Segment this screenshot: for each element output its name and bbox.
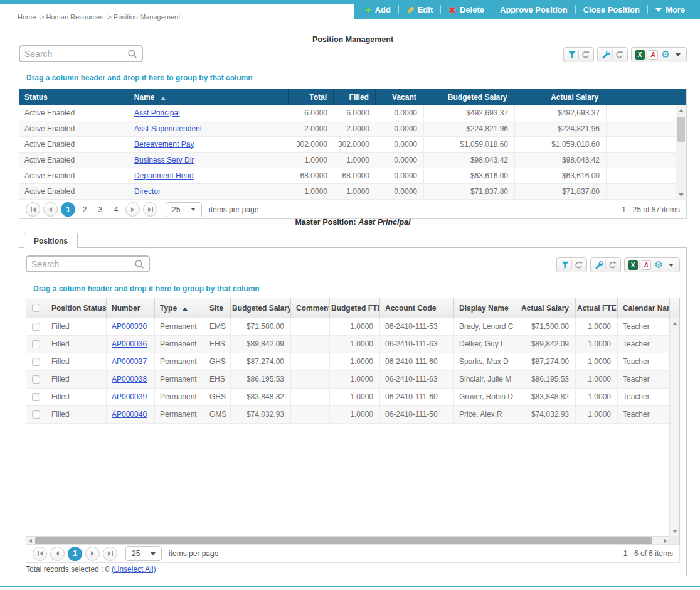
add-button[interactable]: + Add [358, 0, 398, 19]
scrollbar-thumb[interactable] [677, 117, 685, 142]
position-name-link[interactable]: Department Head [134, 171, 194, 180]
page-button-1[interactable]: 1 [61, 202, 75, 217]
column-header-display-name[interactable]: Display Name [454, 298, 519, 318]
export-pdf-button[interactable]: A [640, 259, 652, 271]
column-header-type[interactable]: Type [155, 298, 204, 318]
vertical-scrollbar[interactable] [669, 318, 679, 536]
next-page-button[interactable] [125, 202, 140, 217]
next-page-button[interactable] [85, 547, 100, 561]
row-checkbox[interactable] [32, 375, 40, 384]
edit-button[interactable]: ✎ Edit [399, 0, 440, 19]
column-header-budgeted-salary[interactable]: Budgeted Salary [231, 298, 291, 318]
horizontal-scrollbar[interactable] [26, 536, 670, 545]
settings-menu-button[interactable] [665, 259, 677, 271]
row-checkbox[interactable] [32, 410, 40, 419]
export-pdf-button[interactable]: A [647, 48, 659, 61]
settings-menu-button[interactable] [672, 48, 684, 61]
refresh-button[interactable] [606, 259, 618, 271]
table-row[interactable]: Active Enabled Business Serv Dir 1.0000 … [19, 153, 677, 168]
position-name-link[interactable]: Asst Principal [134, 109, 180, 117]
last-page-button[interactable] [103, 547, 117, 561]
page-button-1[interactable]: 1 [68, 547, 82, 561]
filter-refresh-button[interactable] [579, 48, 591, 61]
scrollbar-thumb[interactable] [35, 537, 652, 544]
tools-button[interactable] [593, 259, 605, 271]
column-header-actual-salary[interactable]: Actual Salary [514, 89, 606, 105]
tools-button[interactable] [600, 48, 612, 61]
page-button-4[interactable]: 4 [110, 202, 122, 217]
column-header-name[interactable]: Name [129, 89, 289, 105]
first-page-button[interactable] [33, 547, 47, 561]
first-page-button[interactable] [26, 202, 40, 217]
scroll-up-button[interactable] [676, 105, 686, 115]
position-number-link[interactable]: AP000037 [112, 357, 147, 366]
more-button[interactable]: More [648, 0, 692, 19]
detail-search-input[interactable] [31, 259, 134, 269]
position-number-link[interactable]: AP000039 [112, 392, 147, 401]
column-header-number[interactable]: Number [107, 298, 155, 318]
column-header-actual-salary[interactable]: Actual Salary [519, 298, 576, 318]
grid-settings-button[interactable]: ⚙ [659, 48, 672, 61]
last-page-button[interactable] [143, 202, 157, 217]
refresh-button[interactable] [613, 48, 625, 61]
row-checkbox[interactable] [32, 358, 40, 366]
column-header-comment[interactable]: Comment [291, 298, 330, 318]
position-number-link[interactable]: AP000040 [112, 410, 147, 419]
row-checkbox[interactable] [32, 323, 40, 331]
column-header-budgeted-salary[interactable]: Budgeted Salary [423, 89, 514, 105]
approve-position-button[interactable]: Approve Position [492, 0, 575, 19]
column-header-calendar-name[interactable]: Calendar Name [618, 298, 670, 318]
table-row[interactable]: Filled AP000040 Permanent GMS $74,032.93… [26, 406, 670, 424]
close-position-button[interactable]: Close Position [576, 0, 647, 19]
page-button-3[interactable]: 3 [94, 202, 107, 217]
filter-button[interactable] [559, 259, 571, 271]
position-name-link[interactable]: Business Serv Dir [134, 156, 194, 164]
prev-page-button[interactable] [50, 547, 65, 561]
master-search-input[interactable] [24, 49, 127, 59]
column-header-actual-fte[interactable]: Actual FTE [576, 298, 618, 318]
grid-settings-button[interactable]: ⚙ [652, 259, 665, 271]
page-button-2[interactable]: 2 [78, 202, 91, 217]
column-header-vacant[interactable]: Vacant [376, 89, 423, 105]
page-size-dropdown[interactable]: 25 [166, 202, 202, 217]
row-checkbox[interactable] [32, 340, 40, 348]
table-row[interactable]: Filled AP000037 Permanent GHS $87,274.00… [26, 353, 670, 371]
export-excel-button[interactable]: X [634, 48, 646, 61]
filter-refresh-button[interactable] [572, 259, 585, 271]
table-row[interactable]: Filled AP000039 Permanent GHS $83,848.82… [26, 389, 670, 406]
table-row[interactable]: Filled AP000030 Permanent EMS $71,500.00… [26, 318, 670, 336]
delete-button[interactable]: ✖ Delete [441, 0, 492, 19]
tab-positions[interactable]: Positions [24, 233, 78, 248]
column-header-filled[interactable]: Filled [334, 89, 376, 105]
table-row[interactable]: Active Enabled Department Head 68.0000 6… [19, 168, 677, 184]
table-row[interactable]: Active Enabled Asst Superintendent 2.000… [19, 121, 677, 137]
scroll-up-button[interactable] [670, 318, 680, 328]
select-all-checkbox[interactable] [32, 304, 40, 312]
table-row[interactable]: Active Enabled Director 1.0000 1.0000 0.… [19, 184, 677, 200]
column-header-total[interactable]: Total [289, 89, 334, 105]
table-row[interactable]: Filled AP000036 Permanent EHS $89,842.09… [26, 336, 670, 353]
page-size-dropdown[interactable]: 25 [125, 546, 162, 561]
column-header-budgeted-fte[interactable]: Budgeted FTE [330, 298, 380, 318]
prev-page-button[interactable] [43, 202, 58, 217]
position-name-link[interactable]: Director [134, 187, 161, 196]
table-row[interactable]: Filled AP000038 Permanent EHS $86,195.53… [26, 371, 670, 389]
filter-button[interactable] [566, 48, 578, 61]
position-number-link[interactable]: AP000038 [112, 375, 147, 384]
row-checkbox[interactable] [32, 393, 40, 401]
unselect-all-link[interactable]: (Unselect All) [112, 565, 156, 574]
column-header-status[interactable]: Status [19, 89, 129, 105]
export-excel-button[interactable]: X [627, 259, 639, 271]
column-header-position-status[interactable]: Position Status [46, 298, 107, 318]
position-name-link[interactable]: Bereavement Pay [134, 140, 194, 149]
table-row[interactable]: Active Enabled Asst Principal 6.0000 6.0… [19, 105, 677, 121]
scroll-down-button[interactable] [670, 526, 680, 536]
position-name-link[interactable]: Asst Superintendent [134, 124, 202, 133]
scroll-down-button[interactable] [676, 190, 686, 200]
column-header-account-code[interactable]: Account Code [380, 298, 454, 318]
position-number-link[interactable]: AP000030 [112, 322, 147, 331]
column-header-site[interactable]: Site [204, 298, 231, 318]
vertical-scrollbar[interactable] [676, 105, 686, 200]
table-row[interactable]: Active Enabled Bereavement Pay 302.0000 … [19, 137, 677, 153]
position-number-link[interactable]: AP000036 [112, 340, 147, 348]
